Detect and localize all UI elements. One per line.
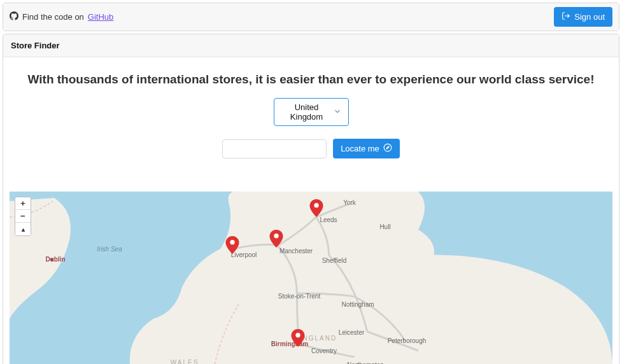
find-code-label: Find the code on — [22, 12, 84, 22]
compass-icon — [383, 143, 392, 154]
github-row: Find the code on GitHub — [10, 11, 113, 22]
zoom-control: + − ▴ — [15, 197, 31, 236]
top-bar: Find the code on GitHub Sign out — [3, 3, 619, 31]
locate-row: Locate me — [13, 139, 609, 158]
hero-title: With thousands of international stores, … — [13, 73, 609, 87]
label-wales: WALES — [171, 359, 199, 365]
label-leeds: Leeds — [320, 216, 337, 223]
label-peterborough: Peterborough — [388, 337, 427, 344]
label-manchester: Manchester — [279, 248, 313, 255]
map-container: + − ▴ Irish Sea Dublin Liverpool Manches… — [10, 192, 612, 364]
github-link[interactable]: GitHub — [88, 12, 113, 22]
label-stoke: Stoke-on-Trent — [278, 293, 320, 300]
hero: With thousands of international stores, … — [3, 57, 619, 165]
content-panel: Store Finder With thousands of internati… — [3, 34, 619, 364]
label-england: ENGLAND — [297, 335, 337, 342]
label-nottingham: Nottingham — [341, 301, 374, 308]
locate-label: Locate me — [341, 144, 379, 153]
country-select[interactable]: United Kingdom — [274, 98, 349, 126]
label-coventry: Coventry — [311, 347, 337, 354]
label-northampton: Northampton — [347, 361, 384, 365]
github-icon — [10, 11, 18, 22]
signout-button[interactable]: Sign out — [554, 7, 612, 27]
zoom-reset-button[interactable]: ▴ — [15, 223, 31, 235]
locate-button[interactable]: Locate me — [333, 139, 400, 158]
section-title: Store Finder — [3, 34, 619, 57]
label-leicester: Leicester — [339, 329, 365, 336]
chevron-down-icon — [333, 107, 342, 118]
country-selected-label: United Kingdom — [281, 102, 333, 122]
signout-icon — [562, 11, 570, 22]
label-hull: Hull — [379, 223, 390, 230]
label-liverpool: Liverpool — [231, 251, 257, 258]
label-sheffield: Sheffield — [322, 257, 347, 264]
label-dublin: Dublin — [45, 256, 65, 263]
header-panel: Find the code on GitHub Sign out — [3, 3, 619, 31]
label-york: York — [343, 199, 356, 206]
zoom-in-button[interactable]: + — [15, 197, 31, 210]
label-irish-sea: Irish Sea — [97, 246, 122, 253]
map[interactable]: + − ▴ Irish Sea Dublin Liverpool Manches… — [10, 192, 612, 364]
zoom-out-button[interactable]: − — [15, 210, 31, 223]
search-input[interactable] — [222, 139, 327, 158]
svg-marker-2 — [386, 146, 390, 150]
signout-label: Sign out — [574, 12, 605, 22]
svg-point-1 — [384, 144, 392, 151]
